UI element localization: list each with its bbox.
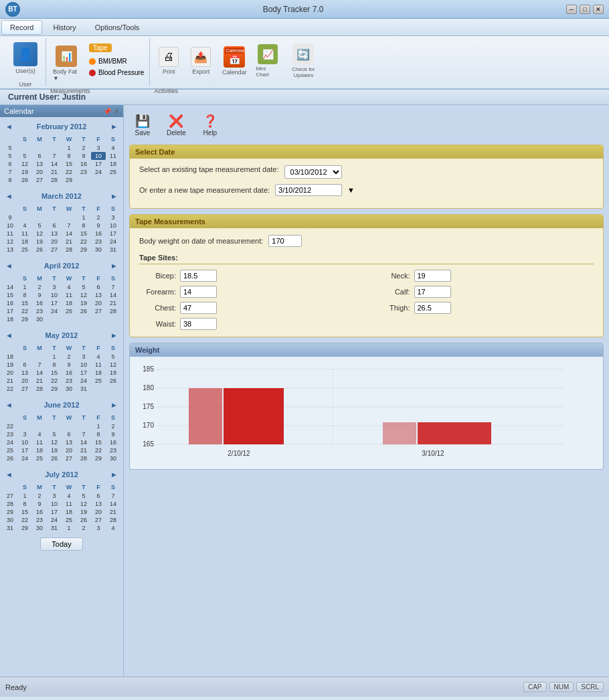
calendar-day[interactable]: 18 [91,369,106,377]
maximize-button[interactable]: □ [580,5,590,14]
calendar-day[interactable]: 20 [62,446,76,454]
calendar-day[interactable]: 23 [106,446,120,454]
calendar-day[interactable]: 12 [76,291,91,299]
calendar-day[interactable]: 17 [91,160,106,168]
calendar-next-arrow[interactable]: ► [108,470,120,478]
calendar-day[interactable]: 5 [76,492,91,500]
calendar-day[interactable]: 13 [62,438,76,446]
menu-history[interactable]: History [45,21,84,34]
calendar-day[interactable]: 10 [76,361,91,369]
calendar-day[interactable]: 23 [32,516,47,524]
calendar-day[interactable]: 18 [62,299,76,307]
calendar-day[interactable]: 27 [91,307,106,315]
calendar-day[interactable]: 6 [47,222,62,230]
calendar-day[interactable]: 4 [91,353,106,361]
calendar-day[interactable]: 4 [32,430,47,438]
calendar-day[interactable]: 24 [76,377,91,385]
waist-input[interactable] [180,318,217,330]
calendar-day[interactable]: 3 [91,144,106,152]
calendar-day[interactable]: 16 [76,160,91,168]
calendar-day[interactable]: 2 [106,422,120,430]
calendar-next-arrow[interactable]: ► [108,331,120,339]
calendar-day[interactable]: 2 [32,492,47,500]
new-date-dropdown-icon[interactable]: ▼ [347,186,355,194]
calendar-day[interactable]: 2 [32,283,47,291]
calendar-day[interactable]: 24 [17,454,32,462]
calendar-day[interactable]: 4 [106,524,120,532]
calendar-day[interactable]: 3 [91,524,106,532]
calendar-day[interactable]: 23 [62,377,76,385]
calendar-day[interactable]: 1 [62,144,76,152]
calendar-day[interactable]: 12 [47,438,62,446]
calendar-day[interactable]: 14 [106,500,120,508]
calendar-day[interactable]: 19 [47,446,62,454]
calendar-day[interactable]: 21 [106,299,120,307]
calendar-day[interactable]: 31 [76,385,91,393]
calendar-day[interactable]: 7 [32,361,47,369]
calendar-day[interactable]: 3 [76,353,91,361]
calendar-day[interactable]: 20 [91,508,106,516]
menu-record[interactable]: Record [1,20,42,35]
calendar-day[interactable]: 26 [47,454,62,462]
calendar-day[interactable]: 23 [76,168,91,176]
calendar-day[interactable]: 9 [76,152,91,160]
calendar-day[interactable]: 16 [32,508,47,516]
calendar-day[interactable]: 13 [32,160,47,168]
calendar-next-arrow[interactable]: ► [108,122,120,130]
calendar-day[interactable]: 4 [62,492,76,500]
calendar-day[interactable]: 5 [76,283,91,291]
calendar-day[interactable]: 28 [76,454,91,462]
calendar-day[interactable]: 28 [106,516,120,524]
calendar-prev-arrow[interactable]: ◄ [3,331,15,339]
calendar-day[interactable]: 1 [17,492,32,500]
calendar-day[interactable]: 6 [91,492,106,500]
calendar-day[interactable]: 14 [32,369,47,377]
calendar-day[interactable]: 19 [32,238,47,246]
tape-button[interactable]: Tape [86,42,147,55]
calendar-day[interactable]: 20 [91,299,106,307]
calendar-day[interactable]: 22 [17,516,32,524]
calendar-day[interactable]: 15 [62,160,76,168]
calendar-day[interactable]: 12 [106,361,120,369]
calendar-day[interactable]: 9 [32,291,47,299]
calendar-day[interactable]: 27 [91,516,106,524]
calendar-day[interactable]: 30 [62,385,76,393]
calendar-day[interactable]: 26 [76,516,91,524]
calendar-day[interactable]: 14 [62,230,76,238]
calendar-day[interactable]: 19 [17,168,32,176]
calendar-day[interactable]: 2 [76,524,91,532]
save-button[interactable]: 💾 Save [129,110,156,139]
calendar-day[interactable]: 9 [62,361,76,369]
calendar-day[interactable]: 10 [106,222,120,230]
calendar-day[interactable]: 30 [32,524,47,532]
calendar-day[interactable]: 8 [76,222,91,230]
calendar-next-arrow[interactable]: ► [108,401,120,409]
calendar-day[interactable]: 21 [62,238,76,246]
calendar-day[interactable]: 24 [47,307,62,315]
calendar-day[interactable]: 1 [47,353,62,361]
calendar-day[interactable]: 5 [32,222,47,230]
calendar-close-icon[interactable]: ✕ [114,108,119,115]
calendar-day[interactable]: 13 [91,291,106,299]
calendar-day[interactable]: 29 [47,385,62,393]
calendar-prev-arrow[interactable]: ◄ [3,401,15,409]
calendar-day[interactable]: 23 [32,307,47,315]
calendar-day[interactable]: 13 [91,500,106,508]
calendar-day[interactable]: 30 [32,315,47,323]
weight-input[interactable] [268,235,302,247]
calendar-day[interactable]: 17 [17,446,32,454]
calendar-day[interactable]: 22 [76,238,91,246]
calendar-day[interactable]: 8 [17,291,32,299]
calendar-day[interactable]: 23 [91,238,106,246]
calf-input[interactable] [414,286,451,298]
calendar-day[interactable]: 14 [47,160,62,168]
calendar-day[interactable]: 10 [91,152,106,160]
calendar-prev-arrow[interactable]: ◄ [3,470,15,478]
calendar-day[interactable]: 10 [17,438,32,446]
calendar-day[interactable]: 27 [62,454,76,462]
calendar-day[interactable]: 9 [32,500,47,508]
calendar-day[interactable]: 19 [106,369,120,377]
calendar-day[interactable]: 26 [106,377,120,385]
calendar-day[interactable]: 16 [91,230,106,238]
calendar-day[interactable]: 1 [91,422,106,430]
